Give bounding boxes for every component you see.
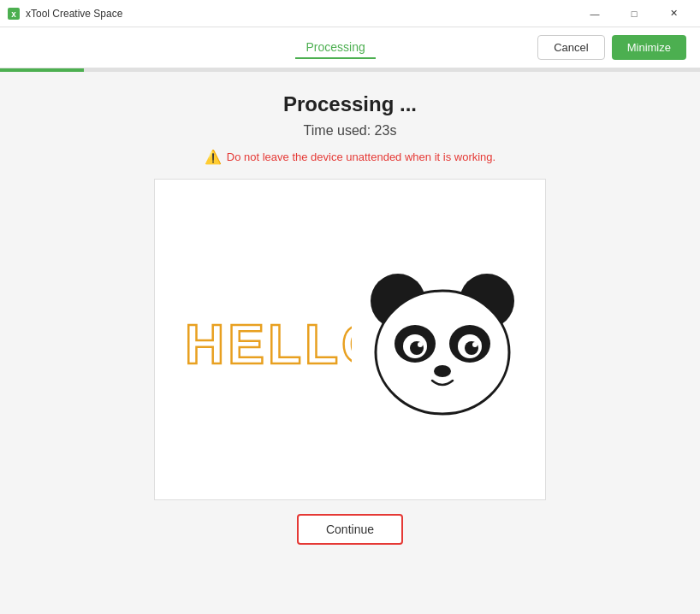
warning-text: Do not leave the device unattended when … [227,151,495,163]
warning-icon: ⚠️ [205,149,222,165]
time-used: Time used: 23s [304,123,397,139]
minimize-window-button[interactable]: — [575,0,614,27]
svg-point-5 [376,291,509,414]
tab-center: Processing [133,37,537,59]
svg-text:HELLO: HELLO [185,314,352,374]
svg-text:x: x [11,9,16,19]
panda-svg [357,254,528,425]
main-content: Processing ... Time used: 23s ⚠️ Do not … [0,72,700,614]
continue-button[interactable]: Continue [297,514,403,545]
hello-text-svg: HELLO [181,305,352,374]
svg-point-12 [418,342,423,347]
continue-btn-wrapper: Continue [297,514,403,545]
svg-point-13 [472,342,478,347]
title-bar: x xTool Creative Space — □ ✕ [0,0,700,27]
processing-tab[interactable]: Processing [295,37,375,59]
cancel-button[interactable]: Cancel [537,35,604,60]
svg-point-14 [434,365,451,377]
warning-row: ⚠️ Do not leave the device unattended wh… [205,149,495,165]
maximize-window-button[interactable]: □ [614,0,654,27]
minimize-button[interactable]: Minimize [612,35,686,60]
app-icon: x [7,7,21,21]
tab-bar: Processing Cancel Minimize [0,27,700,68]
close-window-button[interactable]: ✕ [654,0,693,27]
preview-canvas: HELLO [154,179,546,500]
tab-bar-actions: Cancel Minimize [537,35,686,60]
app-title: xTool Creative Space [26,8,122,20]
window-controls: — □ ✕ [575,0,693,27]
preview-inner: HELLO [155,180,545,499]
processing-title: Processing ... [283,92,417,116]
title-bar-left: x xTool Creative Space [7,7,122,21]
